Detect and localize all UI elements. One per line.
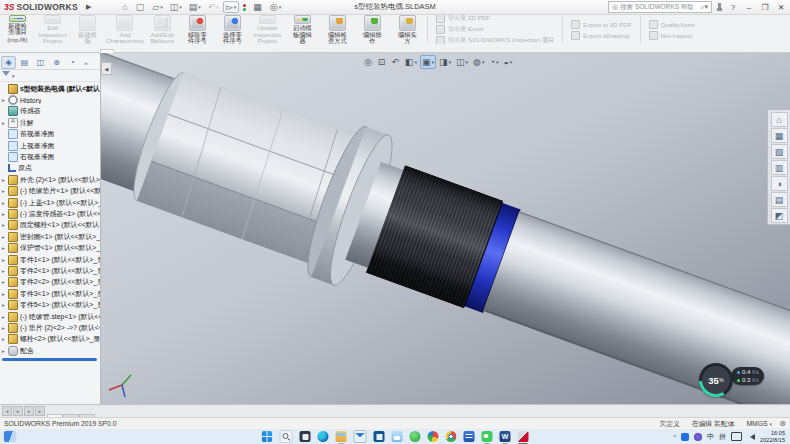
tray-app-blue-icon[interactable] bbox=[681, 433, 689, 441]
help-button[interactable]: ? bbox=[727, 3, 739, 12]
tree-root-item[interactable]: s型铠装热电偶 (默认<默认_显示状态-1 bbox=[0, 83, 100, 94]
solidworks-taskbar-icon[interactable] bbox=[518, 431, 529, 442]
rollback-bar[interactable] bbox=[2, 358, 97, 361]
featuremanager-tab[interactable]: ◈ bbox=[1, 56, 16, 69]
chrome-icon[interactable] bbox=[446, 431, 457, 442]
quality-menu-item[interactable]: Net-Inspect bbox=[649, 31, 695, 40]
apply-scene-icon[interactable]: ◔▾ bbox=[487, 55, 500, 69]
zoom-area-icon[interactable]: ⊡ bbox=[376, 55, 389, 69]
edit-operations-button[interactable]: 编辑操 作 bbox=[355, 14, 390, 45]
ribbon-tab[interactable] bbox=[100, 49, 114, 53]
edit-actuals-button[interactable]: 编辑实 方 bbox=[390, 14, 425, 45]
tree-item[interactable]: ▸ 固定螺栓<1> (默认<<默认>_显示 bbox=[0, 220, 100, 231]
tree-item[interactable]: ▸ History bbox=[0, 94, 100, 105]
solidworks-resources-tab[interactable]: ⌂ bbox=[771, 112, 788, 127]
tree-filter-row[interactable]: ▾ bbox=[0, 70, 100, 82]
export-menu-item[interactable]: Export eDrawing bbox=[571, 31, 632, 40]
tree-item[interactable]: ▸ 密封圈<1> (默认<<默认>_显示状 bbox=[0, 231, 100, 242]
tree-item[interactable]: 前视基准面 bbox=[0, 129, 100, 140]
ribbon-tab[interactable] bbox=[2, 48, 16, 52]
forum-tab[interactable]: ◩ bbox=[771, 208, 788, 223]
tree-item[interactable]: 上视基准面 bbox=[0, 140, 100, 151]
custom-properties-tab[interactable]: ▤ bbox=[771, 192, 788, 207]
tree-item[interactable]: 传感器 bbox=[0, 106, 100, 117]
new-inspection-project-button[interactable]: 新建检 查项目 (imp.纬) bbox=[0, 14, 35, 45]
file-properties-icon[interactable]: ▦ bbox=[250, 1, 266, 13]
tree-item[interactable]: ▸ 螺栓<2> (默认<<默认>_显示状态 bbox=[0, 334, 100, 345]
mail-icon[interactable] bbox=[354, 430, 367, 443]
quality-menu-item[interactable]: QualityXpert bbox=[649, 20, 695, 29]
previous-view-icon[interactable]: ↶ bbox=[389, 55, 402, 69]
ribbon-tab[interactable] bbox=[16, 48, 30, 52]
options-icon[interactable]: ◎▾ bbox=[267, 1, 284, 13]
close-button[interactable]: ✕ bbox=[775, 3, 787, 12]
help-search-box[interactable]: ◎ 搜索 SOLIDWORKS 帮助 ⌕▾ bbox=[608, 1, 712, 13]
word-icon[interactable] bbox=[500, 431, 511, 442]
tree-item[interactable]: ▸ (-) 绝缘垫片<1> (默认<<默认>_显 bbox=[0, 186, 100, 197]
remove-balloon-button[interactable]: 移除零 件序号 bbox=[180, 14, 215, 45]
taskbar-clock[interactable]: 16:05 2022/8/15 bbox=[760, 430, 785, 444]
tree-item[interactable]: ▸ 零件1<1> (默认<<默认>_显示状态 bbox=[0, 254, 100, 265]
edge-icon[interactable] bbox=[318, 431, 329, 442]
tree-item[interactable]: ▸ 保护管<1> (默认<<默认>_显示状 bbox=[0, 242, 100, 253]
ribbon-tab[interactable] bbox=[30, 48, 44, 52]
tray-overflow-chevron[interactable]: ^ bbox=[673, 434, 676, 440]
ime-layout-indicator[interactable]: 拼 bbox=[719, 432, 726, 442]
model-canvas[interactable] bbox=[100, 53, 790, 404]
print-icon[interactable]: ▤▾ bbox=[186, 1, 204, 13]
ribbon-tab[interactable] bbox=[44, 48, 58, 52]
launch-template-editor-button[interactable]: 启动模 板编辑 器 bbox=[285, 14, 320, 45]
tree-item[interactable]: 原点 bbox=[0, 163, 100, 174]
display-style-icon[interactable]: ◨▾ bbox=[437, 55, 453, 69]
tree-item[interactable]: ▸ 外壳 (2)<1> (默认<<默认>_显示状 bbox=[0, 174, 100, 185]
widgets-button[interactable] bbox=[4, 431, 16, 442]
browser-360-icon[interactable] bbox=[428, 431, 439, 442]
ribbon-tab[interactable] bbox=[58, 48, 72, 52]
add-characteristic-button[interactable]: Add Characteristic bbox=[105, 14, 145, 45]
tab-scroll-buttons[interactable]: ◂▸▸▸ bbox=[0, 406, 47, 417]
tree-item[interactable]: 右视基准面 bbox=[0, 151, 100, 162]
propertymanager-tab[interactable]: ▤ bbox=[17, 56, 32, 69]
panel-collapse-arrow[interactable]: ◀ bbox=[101, 62, 112, 75]
display-tray-icon[interactable] bbox=[731, 432, 742, 441]
volume-tray-icon[interactable] bbox=[747, 434, 755, 440]
edit-inspection-project-button[interactable]: Edit Inspection Project bbox=[35, 14, 70, 45]
undo-icon[interactable]: ↶▾ bbox=[205, 1, 222, 13]
search-icon[interactable]: ⌕▾ bbox=[701, 3, 708, 11]
ime-mode-indicator[interactable]: 中 bbox=[707, 432, 714, 442]
home-icon[interactable]: ⌂ bbox=[119, 1, 131, 13]
ribbon-tab[interactable] bbox=[72, 48, 86, 52]
tree-item[interactable]: ▸ 注解 bbox=[0, 117, 100, 128]
section-view-icon[interactable]: ◧▾ bbox=[403, 55, 419, 69]
file-explorer-tab[interactable]: ▧ bbox=[771, 144, 788, 159]
ribbon-tab[interactable] bbox=[86, 48, 100, 52]
tree-item[interactable]: ▸ (-) 上盖<1> (默认<<默认>_显示状 bbox=[0, 197, 100, 208]
zoom-fit-icon[interactable]: ◎ bbox=[362, 55, 375, 69]
filter-caret-icon[interactable]: ▾ bbox=[12, 73, 15, 79]
network-speed-pill[interactable]: 0.4 K/s 0.3 K/s bbox=[731, 367, 764, 385]
minimize-button[interactable]: – bbox=[743, 3, 755, 12]
edit-inspection-methods-button[interactable]: 编辑检 查方式 bbox=[320, 14, 355, 45]
design-library-tab[interactable]: ▦ bbox=[771, 128, 788, 143]
open-document-icon[interactable]: ▱▾ bbox=[149, 1, 165, 13]
start-button[interactable] bbox=[262, 431, 273, 442]
menu-expand-arrow[interactable]: ▶ bbox=[82, 3, 95, 11]
save-icon[interactable]: ◫▾ bbox=[167, 1, 185, 13]
view-orientation-icon[interactable]: ▣▾ bbox=[420, 55, 436, 69]
new-template-button[interactable]: 新建模 板 bbox=[70, 14, 105, 45]
export-menu-item[interactable]: 导出至 2D PDF bbox=[436, 14, 554, 23]
tree-item[interactable]: ▸ (-) 温度传感器<1> (默认<<默认>_ bbox=[0, 208, 100, 219]
search-button[interactable] bbox=[280, 430, 293, 443]
update-inspection-project-button[interactable]: Update Inspection Project bbox=[250, 14, 285, 45]
add-edit-balloons-button[interactable]: Add/Edit Balloons bbox=[145, 14, 180, 45]
appearances-scenes-tab[interactable]: ◑ bbox=[771, 176, 788, 191]
view-settings-icon[interactable]: ◒▾ bbox=[501, 55, 514, 69]
task-view-button[interactable] bbox=[300, 431, 311, 442]
tree-item[interactable]: ▸ 零件2<2> (默认<<默认>_显示状态 bbox=[0, 277, 100, 288]
tree-item[interactable]: ▸ (-) 绝缘管.step<1> (默认<<默认> bbox=[0, 311, 100, 322]
units-globe-icon[interactable]: ⊛ bbox=[779, 419, 786, 428]
dictionary-icon[interactable] bbox=[464, 431, 475, 442]
view-palette-tab[interactable]: ▥ bbox=[771, 160, 788, 175]
tree-item[interactable]: ▸ 零件2<1> (默认<<默认>_显示状态 bbox=[0, 265, 100, 276]
tree-item[interactable]: ▸ 零件3<1> (默认<<默认>_显示状态 bbox=[0, 288, 100, 299]
